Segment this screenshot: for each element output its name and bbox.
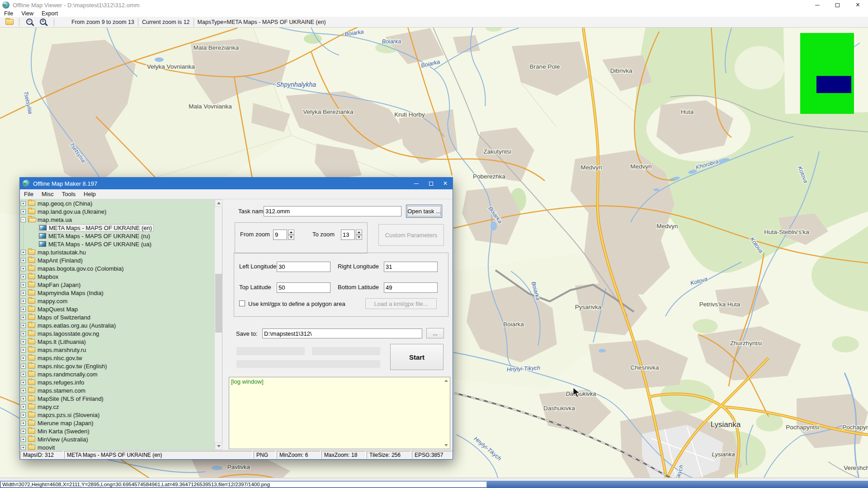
scroll-up-icon[interactable] bbox=[215, 199, 222, 207]
zoom-out-icon[interactable] bbox=[25, 18, 35, 27]
expand-icon[interactable]: + bbox=[21, 347, 26, 352]
tree-item[interactable]: +Maps of Switzerland bbox=[20, 313, 214, 321]
to-zoom-input[interactable] bbox=[341, 230, 355, 240]
expand-icon[interactable]: + bbox=[21, 299, 26, 304]
tree-item[interactable]: +Min Karta (Sweden) bbox=[20, 427, 214, 435]
tree-item[interactable]: +maps.marshruty.ru bbox=[20, 346, 214, 354]
dialog-minimize-button[interactable] bbox=[409, 178, 424, 189]
tree-item[interactable]: +maps.nlsc.gov.tw (English) bbox=[20, 362, 214, 370]
tree-item[interactable]: +map.geoq.cn (China) bbox=[20, 199, 214, 207]
tree-item[interactable]: +MapFan (Japan) bbox=[20, 281, 214, 289]
right-longitude-input[interactable] bbox=[384, 262, 438, 272]
spin-down-icon[interactable] bbox=[288, 235, 294, 240]
expand-icon[interactable]: + bbox=[21, 209, 26, 214]
tree-item[interactable]: META Maps - MAPS OF UKRAINE (ua) bbox=[20, 240, 214, 248]
expand-icon[interactable]: + bbox=[21, 339, 26, 344]
open-task-button[interactable]: Open task ... bbox=[406, 205, 442, 218]
maximize-button[interactable] bbox=[827, 0, 848, 10]
expand-icon[interactable]: + bbox=[21, 396, 26, 401]
expand-icon[interactable]: + bbox=[21, 413, 26, 418]
tree-item[interactable]: +Maps.lt (Lithuania) bbox=[20, 338, 214, 346]
tree-item[interactable]: +MapAnt (Finland) bbox=[20, 256, 214, 264]
dialog-menu-tools[interactable]: Tools bbox=[58, 191, 80, 197]
browse-button[interactable]: ... bbox=[426, 328, 444, 338]
tree-item[interactable]: −map.meta.ua bbox=[20, 216, 214, 224]
dialog-maximize-button[interactable] bbox=[424, 178, 438, 189]
expand-icon[interactable]: + bbox=[21, 404, 26, 409]
expand-icon[interactable]: + bbox=[21, 274, 26, 279]
expand-icon[interactable]: + bbox=[21, 421, 26, 426]
log-scrollbar[interactable] bbox=[443, 377, 450, 449]
kml-checkbox[interactable] bbox=[239, 300, 245, 306]
spin-down-icon[interactable] bbox=[356, 235, 362, 240]
main-menu-export[interactable]: Export bbox=[38, 10, 62, 17]
tree-item[interactable]: +MapSite (NLS of Finland) bbox=[20, 394, 214, 403]
dialog-menu-file[interactable]: File bbox=[20, 191, 38, 197]
dialog-menu-misc[interactable]: Misc bbox=[38, 191, 58, 197]
tree-item[interactable]: +Mapmyindia Maps (India) bbox=[20, 289, 214, 297]
scroll-down-icon[interactable] bbox=[215, 442, 222, 450]
top-latitude-input[interactable] bbox=[277, 282, 330, 293]
expand-icon[interactable]: + bbox=[21, 437, 26, 442]
panel-splitter[interactable] bbox=[222, 199, 228, 450]
tree-item[interactable]: META Maps - MAPS OF UKRAINE (ru) bbox=[20, 232, 214, 240]
tree-item[interactable]: +map.turistautak.hu bbox=[20, 248, 214, 256]
tree-item[interactable]: +MinView (Australia) bbox=[20, 435, 214, 443]
expand-icon[interactable]: + bbox=[21, 201, 26, 206]
expand-icon[interactable]: + bbox=[21, 323, 26, 328]
expand-icon[interactable]: + bbox=[21, 356, 26, 361]
open-file-icon[interactable] bbox=[5, 19, 14, 25]
expand-icon[interactable]: + bbox=[21, 380, 26, 385]
expand-icon[interactable]: + bbox=[21, 364, 26, 369]
tree-item[interactable]: +maps.eatlas.org.au (Australia) bbox=[20, 321, 214, 329]
dialog-menu-help[interactable]: Help bbox=[80, 191, 100, 197]
main-menu-view[interactable]: View bbox=[17, 10, 38, 17]
expand-icon[interactable]: + bbox=[21, 315, 26, 320]
tree-item[interactable]: +maps.randmcnally.com bbox=[20, 370, 214, 378]
expand-icon[interactable]: + bbox=[21, 429, 26, 434]
zoom-in-icon[interactable] bbox=[38, 18, 48, 27]
expand-icon[interactable]: + bbox=[21, 445, 26, 450]
tree-item[interactable]: +map.land.gov.ua (Ukraine) bbox=[20, 207, 214, 216]
from-zoom-input[interactable] bbox=[273, 230, 287, 240]
tree-scrollbar[interactable] bbox=[214, 199, 222, 450]
tree-item[interactable]: +maps.stamen.com bbox=[20, 386, 214, 394]
start-button[interactable]: Start bbox=[390, 344, 443, 370]
dialog-close-button[interactable] bbox=[438, 178, 453, 189]
tree-item[interactable]: +maps.nlsc.gov.tw bbox=[20, 354, 214, 362]
dialog-titlebar[interactable]: Offline Map Maker 8.197 bbox=[20, 178, 453, 189]
custom-parameters-button[interactable]: Custom Parameters bbox=[378, 224, 444, 246]
log-window[interactable]: [log window] bbox=[229, 377, 450, 449]
close-button[interactable] bbox=[848, 0, 868, 10]
expand-icon[interactable]: + bbox=[21, 372, 26, 377]
scrollbar-thumb[interactable] bbox=[215, 274, 222, 333]
tree-item[interactable]: +Mierune map (Japan) bbox=[20, 419, 214, 427]
tree-item[interactable]: +mapzs.pzs.si (Slovenia) bbox=[20, 411, 214, 419]
left-longitude-input[interactable] bbox=[277, 262, 330, 272]
main-menu-file[interactable]: File bbox=[0, 10, 17, 17]
tree-item[interactable]: +moovit bbox=[20, 443, 214, 450]
spin-up-icon[interactable] bbox=[288, 230, 294, 235]
scroll-down-icon[interactable] bbox=[444, 444, 448, 446]
expand-icon[interactable]: + bbox=[21, 307, 26, 312]
expand-icon[interactable]: + bbox=[21, 258, 26, 263]
scroll-up-icon[interactable] bbox=[444, 380, 448, 382]
expand-icon[interactable]: + bbox=[21, 282, 26, 287]
collapse-icon[interactable]: − bbox=[21, 217, 26, 222]
bottom-latitude-input[interactable] bbox=[384, 282, 438, 293]
expand-icon[interactable]: + bbox=[21, 388, 26, 393]
tree-item[interactable]: +maps.lagosstate.gov.ng bbox=[20, 329, 214, 338]
load-kml-button[interactable]: Load a kml/gpx file... bbox=[365, 298, 437, 309]
tree-item[interactable]: +mapas.bogota.gov.co (Colombia) bbox=[20, 264, 214, 272]
from-zoom-spinner[interactable] bbox=[288, 230, 294, 240]
tree-item[interactable]: +Mapbox bbox=[20, 272, 214, 281]
tree-item[interactable]: +mappy.com bbox=[20, 297, 214, 305]
tree-item[interactable]: META Maps - MAPS OF UKRAINE (en) bbox=[20, 224, 214, 232]
minimize-button[interactable] bbox=[807, 0, 827, 10]
expand-icon[interactable]: + bbox=[21, 250, 26, 255]
spin-up-icon[interactable] bbox=[356, 230, 362, 235]
expand-icon[interactable]: + bbox=[21, 291, 26, 296]
save-to-input[interactable] bbox=[262, 328, 422, 338]
task-name-input[interactable] bbox=[264, 206, 401, 216]
tree-item[interactable]: +mapy.cz bbox=[20, 403, 214, 411]
